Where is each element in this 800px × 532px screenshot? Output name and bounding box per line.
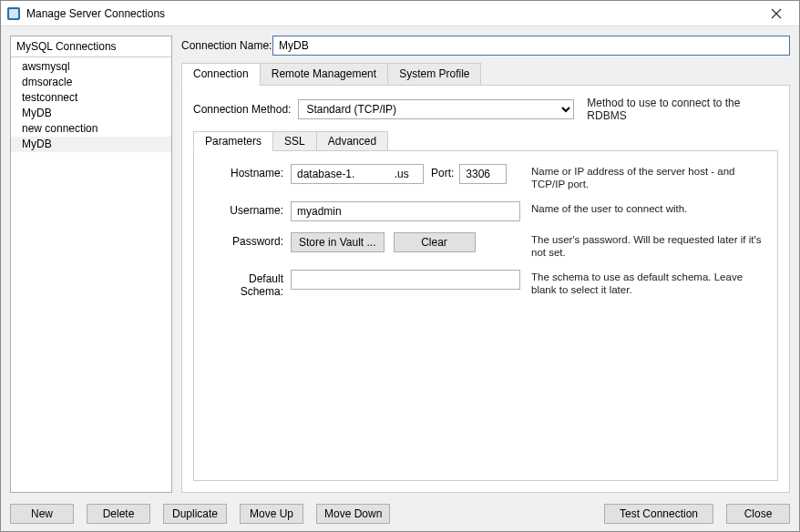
connection-item[interactable]: awsmysql: [11, 59, 171, 75]
titlebar: Manage Server Connections: [1, 1, 799, 26]
connection-name-row: Connection Name:: [181, 36, 790, 56]
connection-method-label: Connection Method:: [193, 103, 291, 116]
connections-list[interactable]: awsmysql dmsoracle testconnect MyDB new …: [11, 57, 171, 492]
connections-sidebar: MySQL Connections awsmysql dmsoracle tes…: [10, 36, 172, 493]
connection-item[interactable]: dmsoracle: [11, 75, 171, 90]
details-pane: Connection Name: Connection Remote Manag…: [181, 36, 790, 493]
new-button[interactable]: New: [10, 504, 74, 524]
hostname-help: Name or IP address of the server host - …: [520, 164, 768, 190]
password-help: The user's password. Will be requested l…: [520, 232, 768, 259]
username-label: Username:: [203, 201, 291, 217]
default-schema-help: The schema to use as default schema. Lea…: [520, 270, 768, 296]
duplicate-button[interactable]: Duplicate: [163, 504, 227, 524]
subpanel-parameters: Hostname: Port: Name or IP address of th…: [193, 150, 778, 481]
svg-rect-1: [9, 9, 18, 18]
clear-password-button[interactable]: Clear: [394, 232, 476, 252]
connection-item[interactable]: MyDB: [11, 137, 171, 152]
app-icon: [6, 6, 21, 21]
upper-area: MySQL Connections awsmysql dmsoracle tes…: [10, 36, 790, 493]
store-in-vault-button[interactable]: Store in Vault ...: [291, 232, 385, 252]
default-schema-input[interactable]: [291, 270, 520, 290]
tab-panel-connection: Connection Method: Standard (TCP/IP) Met…: [181, 85, 790, 493]
hostname-row: Hostname: Port: Name or IP address of th…: [203, 164, 768, 190]
delete-button[interactable]: Delete: [87, 504, 150, 524]
connection-method-row: Connection Method: Standard (TCP/IP) Met…: [193, 97, 778, 122]
main-tabs: Connection Remote Management System Prof…: [181, 63, 790, 86]
connection-item[interactable]: testconnect: [11, 90, 171, 106]
subtab-advanced[interactable]: Advanced: [316, 131, 388, 151]
username-input[interactable]: [291, 201, 520, 221]
close-button[interactable]: Close: [726, 504, 790, 524]
close-window-button[interactable]: [757, 3, 795, 25]
footer-buttons: New Delete Duplicate Move Up Move Down T…: [10, 500, 790, 524]
move-up-button[interactable]: Move Up: [240, 504, 303, 524]
tab-system-profile[interactable]: System Profile: [387, 63, 481, 86]
connection-item[interactable]: new connection: [11, 121, 171, 137]
hostname-label: Hostname:: [203, 164, 291, 179]
username-help: Name of the user to connect with.: [520, 201, 768, 215]
close-icon: [771, 8, 782, 19]
dialog-window: Manage Server Connections MySQL Connecti…: [0, 0, 800, 532]
connection-name-label: Connection Name:: [181, 39, 265, 52]
hostname-input[interactable]: [291, 164, 424, 184]
username-row: Username: Name of the user to connect wi…: [203, 201, 768, 221]
password-label: Password:: [203, 232, 291, 248]
window-title: Manage Server Connections: [26, 7, 165, 20]
default-schema-label: Default Schema:: [203, 270, 291, 298]
sub-tabs: Parameters SSL Advanced: [193, 131, 778, 151]
port-label: Port:: [431, 164, 454, 184]
port-input[interactable]: [459, 164, 507, 184]
default-schema-row: Default Schema: The schema to use as def…: [203, 270, 768, 298]
password-row: Password: Store in Vault ... Clear The u…: [203, 232, 768, 259]
connection-item[interactable]: MyDB: [11, 106, 171, 121]
test-connection-button[interactable]: Test Connection: [604, 504, 713, 524]
connection-name-input[interactable]: [272, 36, 790, 56]
content-area: MySQL Connections awsmysql dmsoracle tes…: [1, 26, 799, 531]
subtab-ssl[interactable]: SSL: [272, 131, 317, 151]
sidebar-header: MySQL Connections: [11, 36, 171, 57]
connection-method-select[interactable]: Standard (TCP/IP): [298, 99, 574, 119]
move-down-button[interactable]: Move Down: [316, 504, 390, 524]
subtab-parameters[interactable]: Parameters: [193, 131, 273, 151]
tab-connection[interactable]: Connection: [181, 63, 261, 86]
connection-method-hint: Method to use to connect to the RDBMS: [587, 97, 778, 122]
tab-remote-management[interactable]: Remote Management: [260, 63, 388, 86]
